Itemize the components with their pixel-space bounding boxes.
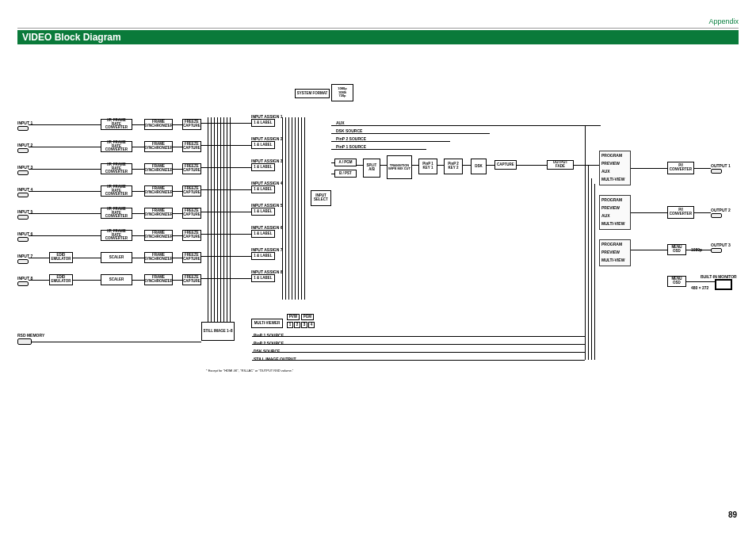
a-pgm: A / PGM (334, 159, 357, 166)
input-7-scaler: SCALER (101, 252, 132, 263)
input-7-freeze: FREEZE CAPTURE (182, 252, 201, 263)
input-4-conv: I/P, FRAME RATE CONVERTER (101, 185, 132, 197)
mv-pvw: PVW (287, 314, 300, 320)
input-3-sync: FRAME SYNCHRONIZER (144, 163, 173, 174)
crossbar-bus (206, 117, 235, 322)
rsd-port (17, 338, 32, 345)
input-assign-7: 1 & LABEL (251, 252, 275, 260)
mv-pgm: PGM (301, 314, 314, 320)
multiviewer: MULTI-VIEWER (251, 319, 283, 328)
input-1-sync: FRAME SYNCHRONIZER (144, 119, 173, 130)
output-3-osd: MENU OSD (667, 244, 686, 255)
input-3-freeze: FREEZE CAPTURE (182, 163, 201, 174)
output-switch-1: PROGRAM PREVIEW AUX MULTI-VIEW (599, 151, 631, 185)
mv-slot-1: 1 (287, 322, 293, 328)
input-1-port (17, 126, 29, 131)
bus-bot-pinp2: PinP 2 SOURCE (254, 341, 284, 346)
mv-slot-3: 3 (301, 322, 307, 328)
input-5-freeze: FREEZE CAPTURE (182, 208, 201, 219)
input-assign-4: 1 & LABEL (251, 185, 275, 193)
input-assign-8: 1 & LABEL (251, 274, 275, 282)
input-8-scaler: SCALER (101, 274, 132, 285)
monitor-screen (715, 279, 732, 290)
input-4-port (17, 193, 29, 197)
input-7-sync: FRAME SYNCHRONIZER (144, 252, 173, 263)
output-3-port (711, 248, 722, 253)
system-format-box: SYSTEM FORMAT (295, 89, 330, 98)
select-bus (281, 117, 312, 300)
input-2-conv: I/P, FRAME RATE CONVERTER (101, 141, 132, 152)
transition: TRANSITION WIPE MIX CUT (387, 155, 412, 179)
dsk: DSK (471, 159, 487, 174)
input-5-sync: FRAME SYNCHRONIZER (144, 208, 173, 219)
output-1-port (711, 169, 722, 174)
page-number: 89 (728, 510, 737, 519)
capture: CAPTURE (494, 160, 517, 170)
pinp2: PinP 2 KEY 2 (444, 159, 463, 174)
monitor-res: 480 × 272 (691, 285, 708, 290)
input-8-edid: EDID EMULATOR (49, 274, 73, 285)
mv-slot-4: 4 (308, 322, 315, 328)
output-1-conv: P/I CONVERTER (667, 162, 694, 174)
input-6-conv: I/P, FRAME RATE CONVERTER (101, 230, 132, 241)
block-diagram: SYSTEM FORMAT 1080p 1080i 720p INPUT 1 I… (17, 71, 739, 495)
input-8-port (17, 281, 29, 286)
b-pst: B / PST (334, 170, 357, 178)
input-7-edid: EDID EMULATOR (49, 252, 73, 263)
input-8-freeze: FREEZE CAPTURE (182, 274, 201, 285)
output-2-port (711, 213, 722, 218)
input-3-port (17, 170, 29, 175)
pinp1: PinP 1 KEY 1 (418, 159, 437, 174)
input-2-sync: FRAME SYNCHRONIZER (144, 141, 173, 152)
output-fade: OUTPUT FADE (547, 160, 574, 170)
appendix-label: Appendix (708, 17, 739, 25)
rsd-label: RSD MEMORY (17, 333, 44, 338)
still-image: STILL IMAGE 1–8 (201, 322, 235, 341)
input-select: INPUT SELECT (311, 190, 331, 206)
output-2-conv: P/I CONVERTER (667, 206, 694, 219)
input-assign-2: 1 & LABEL (251, 141, 275, 149)
input-4-sync: FRAME SYNCHRONIZER (144, 185, 173, 197)
input-7-port (17, 259, 29, 264)
input-assign-5: 1 & LABEL (251, 208, 275, 216)
output-switch-2: PROGRAM PREVIEW AUX MULTI-VIEW (599, 195, 631, 230)
output-switch-3: PROGRAM PREVIEW MULTI-VIEW (599, 239, 631, 266)
input-2-port (17, 148, 29, 153)
input-assign-1: 1 & LABEL (251, 119, 275, 127)
input-8-sync: FRAME SYNCHRONIZER (144, 274, 173, 285)
input-5-port (17, 215, 29, 220)
input-1-conv: I/P, FRAME RATE CONVERTER (101, 119, 132, 130)
output-3-label: OUTPUT 3 (711, 243, 731, 247)
bus-bot-pinp1: PinP 1 SOURCE (254, 333, 284, 338)
bus-bot-still: STILL IMAGE OUTPUT (254, 357, 296, 361)
monitor-osd: MENU OSD (667, 276, 686, 287)
input-1-freeze: FREEZE CAPTURE (182, 119, 201, 130)
input-3-conv: I/P, FRAME RATE CONVERTER (101, 163, 132, 174)
system-format-modes: 1080p 1080i 720p (331, 84, 353, 101)
input-2-freeze: FREEZE CAPTURE (182, 141, 201, 152)
input-6-sync: FRAME SYNCHRONIZER (144, 230, 173, 241)
input-5-conv: I/P, FRAME RATE CONVERTER (101, 208, 132, 219)
input-4-freeze: FREEZE CAPTURE (182, 185, 201, 197)
bus-bot-dsk: DSK SOURCE (254, 349, 280, 353)
footnote: * Except for "HDMI 4K", "RS-LAC" or "OUT… (206, 369, 293, 373)
mv-slot-2: 2 (294, 322, 300, 328)
output-2-label: OUTPUT 2 (711, 208, 731, 212)
page-title: VIDEO Block Diagram (17, 30, 739, 44)
input-assign-3: 1 & LABEL (251, 163, 275, 171)
output-1-label: OUTPUT 1 (711, 163, 731, 168)
split: SPLIT A/B (363, 159, 380, 178)
input-assign-6: 1 & LABEL (251, 230, 275, 238)
input-6-freeze: FREEZE CAPTURE (182, 230, 201, 241)
input-6-port (17, 237, 29, 242)
